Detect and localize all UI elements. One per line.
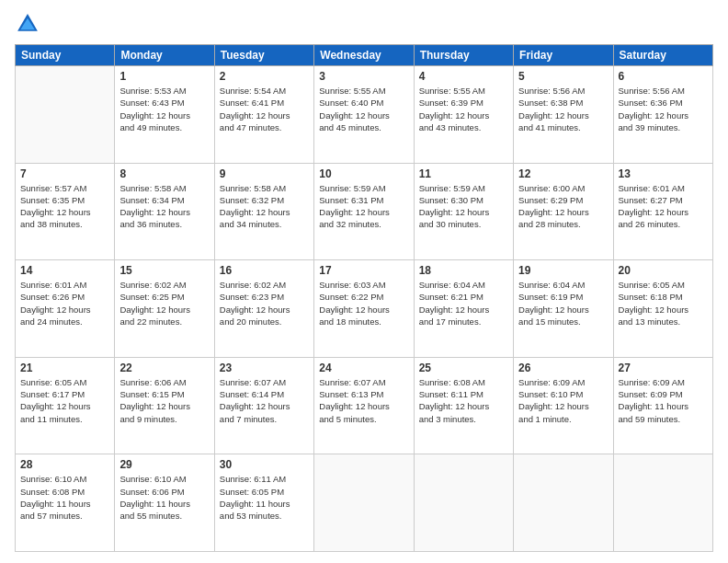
calendar-cell: 5Sunrise: 5:56 AM Sunset: 6:38 PM Daylig… <box>514 66 613 164</box>
day-number: 3 <box>319 70 408 83</box>
calendar-cell: 17Sunrise: 6:03 AM Sunset: 6:22 PM Dayli… <box>314 260 414 358</box>
day-info: Sunrise: 5:55 AM Sunset: 6:40 PM Dayligh… <box>319 85 408 133</box>
calendar-cell <box>16 66 115 164</box>
day-info: Sunrise: 6:05 AM Sunset: 6:17 PM Dayligh… <box>20 376 109 425</box>
day-info: Sunrise: 6:03 AM Sunset: 6:22 PM Dayligh… <box>319 279 408 327</box>
day-number: 18 <box>419 264 508 277</box>
calendar-cell: 13Sunrise: 6:01 AM Sunset: 6:27 PM Dayli… <box>613 163 712 260</box>
calendar-cell: 2Sunrise: 5:54 AM Sunset: 6:41 PM Daylig… <box>214 66 313 164</box>
calendar-cell <box>613 454 712 552</box>
calendar-cell: 15Sunrise: 6:02 AM Sunset: 6:25 PM Dayli… <box>115 260 214 358</box>
day-info: Sunrise: 6:11 AM Sunset: 6:05 PM Dayligh… <box>220 473 309 522</box>
day-info: Sunrise: 5:56 AM Sunset: 6:38 PM Dayligh… <box>518 85 608 133</box>
day-info: Sunrise: 6:04 AM Sunset: 6:21 PM Dayligh… <box>419 279 508 327</box>
week-row-2: 7Sunrise: 5:57 AM Sunset: 6:35 PM Daylig… <box>16 163 713 260</box>
day-info: Sunrise: 6:09 AM Sunset: 6:09 PM Dayligh… <box>619 376 708 425</box>
calendar-cell: 7Sunrise: 5:57 AM Sunset: 6:35 PM Daylig… <box>16 163 115 260</box>
calendar-cell: 29Sunrise: 6:10 AM Sunset: 6:06 PM Dayli… <box>115 454 214 552</box>
day-info: Sunrise: 6:02 AM Sunset: 6:25 PM Dayligh… <box>119 279 209 327</box>
day-number: 28 <box>20 458 109 471</box>
day-info: Sunrise: 5:59 AM Sunset: 6:31 PM Dayligh… <box>319 182 408 231</box>
day-info: Sunrise: 6:10 AM Sunset: 6:08 PM Dayligh… <box>20 473 109 522</box>
weekday-header-sunday: Sunday <box>16 45 115 66</box>
week-row-3: 14Sunrise: 6:01 AM Sunset: 6:26 PM Dayli… <box>16 260 713 358</box>
weekday-header-saturday: Saturday <box>613 45 712 66</box>
calendar-cell: 27Sunrise: 6:09 AM Sunset: 6:09 PM Dayli… <box>613 357 712 454</box>
day-info: Sunrise: 5:58 AM Sunset: 6:32 PM Dayligh… <box>220 182 309 231</box>
calendar-cell: 1Sunrise: 5:53 AM Sunset: 6:43 PM Daylig… <box>115 66 214 164</box>
day-number: 19 <box>518 264 608 277</box>
week-row-1: 1Sunrise: 5:53 AM Sunset: 6:43 PM Daylig… <box>16 66 713 164</box>
page-header <box>15 11 713 37</box>
calendar-table: SundayMondayTuesdayWednesdayThursdayFrid… <box>15 44 713 552</box>
calendar-cell <box>414 454 513 552</box>
calendar-cell: 30Sunrise: 6:11 AM Sunset: 6:05 PM Dayli… <box>214 454 313 552</box>
weekday-header-tuesday: Tuesday <box>214 45 313 66</box>
day-number: 26 <box>518 362 608 374</box>
day-number: 25 <box>419 362 508 374</box>
calendar-cell: 28Sunrise: 6:10 AM Sunset: 6:08 PM Dayli… <box>16 454 115 552</box>
day-info: Sunrise: 6:05 AM Sunset: 6:18 PM Dayligh… <box>619 279 708 327</box>
day-info: Sunrise: 6:07 AM Sunset: 6:14 PM Dayligh… <box>220 376 309 425</box>
day-info: Sunrise: 6:10 AM Sunset: 6:06 PM Dayligh… <box>119 473 209 522</box>
day-number: 9 <box>220 167 309 180</box>
day-number: 6 <box>619 70 708 83</box>
day-number: 2 <box>220 70 309 83</box>
day-number: 1 <box>119 70 209 83</box>
weekday-header-row: SundayMondayTuesdayWednesdayThursdayFrid… <box>16 45 713 66</box>
day-number: 12 <box>518 167 608 180</box>
day-number: 30 <box>220 458 309 471</box>
day-number: 8 <box>119 167 209 180</box>
day-info: Sunrise: 6:09 AM Sunset: 6:10 PM Dayligh… <box>518 376 608 425</box>
day-number: 17 <box>319 264 408 277</box>
day-info: Sunrise: 6:01 AM Sunset: 6:27 PM Dayligh… <box>619 182 708 231</box>
weekday-header-thursday: Thursday <box>414 45 513 66</box>
calendar-cell: 21Sunrise: 6:05 AM Sunset: 6:17 PM Dayli… <box>16 357 115 454</box>
weekday-header-monday: Monday <box>115 45 214 66</box>
day-info: Sunrise: 5:56 AM Sunset: 6:36 PM Dayligh… <box>619 85 708 133</box>
calendar-cell: 3Sunrise: 5:55 AM Sunset: 6:40 PM Daylig… <box>314 66 414 164</box>
day-number: 27 <box>619 362 708 374</box>
day-number: 29 <box>119 458 209 471</box>
day-info: Sunrise: 5:58 AM Sunset: 6:34 PM Dayligh… <box>119 182 209 231</box>
day-number: 13 <box>619 167 708 180</box>
calendar-cell: 4Sunrise: 5:55 AM Sunset: 6:39 PM Daylig… <box>414 66 513 164</box>
calendar-cell: 18Sunrise: 6:04 AM Sunset: 6:21 PM Dayli… <box>414 260 513 358</box>
day-number: 10 <box>319 167 408 180</box>
day-info: Sunrise: 5:54 AM Sunset: 6:41 PM Dayligh… <box>220 85 309 133</box>
calendar-cell: 25Sunrise: 6:08 AM Sunset: 6:11 PM Dayli… <box>414 357 513 454</box>
calendar-cell: 9Sunrise: 5:58 AM Sunset: 6:32 PM Daylig… <box>214 163 313 260</box>
weekday-header-wednesday: Wednesday <box>314 45 414 66</box>
day-number: 16 <box>220 264 309 277</box>
day-number: 15 <box>119 264 209 277</box>
day-number: 22 <box>119 362 209 374</box>
calendar-cell: 6Sunrise: 5:56 AM Sunset: 6:36 PM Daylig… <box>613 66 712 164</box>
calendar-cell: 8Sunrise: 5:58 AM Sunset: 6:34 PM Daylig… <box>115 163 214 260</box>
calendar-cell: 16Sunrise: 6:02 AM Sunset: 6:23 PM Dayli… <box>214 260 313 358</box>
day-info: Sunrise: 6:07 AM Sunset: 6:13 PM Dayligh… <box>319 376 408 425</box>
week-row-4: 21Sunrise: 6:05 AM Sunset: 6:17 PM Dayli… <box>16 357 713 454</box>
day-number: 7 <box>20 167 109 180</box>
day-info: Sunrise: 6:02 AM Sunset: 6:23 PM Dayligh… <box>220 279 309 327</box>
calendar-cell: 24Sunrise: 6:07 AM Sunset: 6:13 PM Dayli… <box>314 357 414 454</box>
day-number: 23 <box>220 362 309 374</box>
day-info: Sunrise: 5:57 AM Sunset: 6:35 PM Dayligh… <box>20 182 109 231</box>
week-row-5: 28Sunrise: 6:10 AM Sunset: 6:08 PM Dayli… <box>16 454 713 552</box>
day-info: Sunrise: 6:00 AM Sunset: 6:29 PM Dayligh… <box>518 182 608 231</box>
day-info: Sunrise: 5:55 AM Sunset: 6:39 PM Dayligh… <box>419 85 508 133</box>
calendar-cell: 11Sunrise: 5:59 AM Sunset: 6:30 PM Dayli… <box>414 163 513 260</box>
day-number: 14 <box>20 264 109 277</box>
calendar-cell: 10Sunrise: 5:59 AM Sunset: 6:31 PM Dayli… <box>314 163 414 260</box>
calendar-cell <box>514 454 613 552</box>
calendar-cell <box>314 454 414 552</box>
day-info: Sunrise: 6:08 AM Sunset: 6:11 PM Dayligh… <box>419 376 508 425</box>
calendar-cell: 26Sunrise: 6:09 AM Sunset: 6:10 PM Dayli… <box>514 357 613 454</box>
day-number: 20 <box>619 264 708 277</box>
day-info: Sunrise: 5:59 AM Sunset: 6:30 PM Dayligh… <box>419 182 508 231</box>
day-number: 5 <box>518 70 608 83</box>
day-number: 24 <box>319 362 408 374</box>
calendar-cell: 22Sunrise: 6:06 AM Sunset: 6:15 PM Dayli… <box>115 357 214 454</box>
day-number: 21 <box>20 362 109 374</box>
day-info: Sunrise: 6:01 AM Sunset: 6:26 PM Dayligh… <box>20 279 109 327</box>
calendar-cell: 20Sunrise: 6:05 AM Sunset: 6:18 PM Dayli… <box>613 260 712 358</box>
